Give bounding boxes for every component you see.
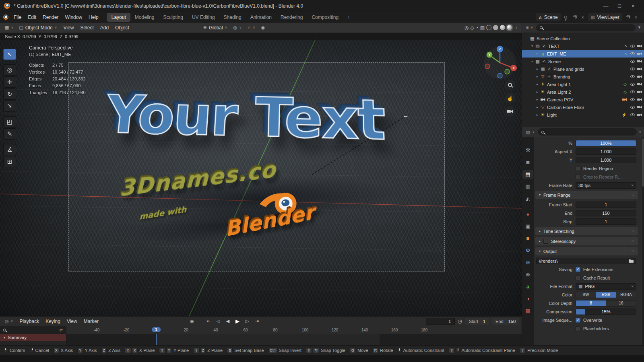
menu-item[interactable]: Edit xyxy=(25,13,39,21)
outliner-row[interactable]: ▸ Area Light 2 xyxy=(522,88,644,96)
cache-result-checkbox[interactable] xyxy=(576,276,580,280)
hide-eye-icon[interactable] xyxy=(630,45,635,47)
folder-icon[interactable] xyxy=(629,259,634,263)
timeline-tick[interactable]: -40 xyxy=(94,328,99,332)
tool-button[interactable] xyxy=(3,101,16,112)
properties-tab[interactable] xyxy=(522,222,533,230)
outliner-row[interactable]: ▾ TEXT xyxy=(522,42,644,50)
timeline-tick[interactable]: 40 xyxy=(213,328,218,332)
properties-tab[interactable] xyxy=(522,270,533,279)
properties-tab[interactable] xyxy=(522,194,533,203)
timeline-tick[interactable]: 1 xyxy=(152,327,161,332)
transport-button[interactable] xyxy=(233,318,242,325)
outliner-row[interactable]: ▸ Brandng xyxy=(522,73,644,80)
pivot-dropdown[interactable]: ◎ ∨ xyxy=(231,24,244,31)
workspace-tab[interactable]: Compositing xyxy=(307,13,343,22)
collection-checkbox[interactable] xyxy=(542,44,546,48)
workspace-tab[interactable]: Rendering xyxy=(276,13,307,22)
hide-eye-icon[interactable] xyxy=(630,52,635,55)
new-viewlayer-icon[interactable] xyxy=(624,14,631,21)
playhead[interactable] xyxy=(156,334,157,345)
outliner-row[interactable]: ▸ EDIT_ME xyxy=(522,50,644,58)
expand-arrow[interactable]: ▾ xyxy=(530,44,535,48)
outliner-row[interactable]: ▾ Scene xyxy=(522,58,644,65)
viewport-display-icon[interactable] xyxy=(464,25,469,31)
timeline-tick[interactable]: 60 xyxy=(243,328,248,332)
expand-arrow[interactable]: ▸ xyxy=(535,82,540,86)
editor-type-button[interactable]: ▦ ∨ xyxy=(2,24,16,31)
hide-eye-icon[interactable] xyxy=(630,106,635,109)
timeline-menu-item[interactable]: Marker xyxy=(80,318,102,325)
compression-slider[interactable]: 15% xyxy=(576,309,636,315)
viewport-menu-item[interactable]: Object xyxy=(112,24,132,32)
menu-item[interactable]: Render xyxy=(39,13,62,21)
expand-arrow[interactable]: ▸ xyxy=(535,90,540,94)
pan-button[interactable] xyxy=(505,93,515,103)
outliner-row[interactable]: ▸ Area Light 1 xyxy=(522,80,644,88)
outliner-editor-type-button[interactable]: ≡ ∨ xyxy=(525,25,534,31)
properties-tab[interactable] xyxy=(522,258,533,267)
workspace-tab[interactable]: + xyxy=(343,13,355,22)
stopwatch-icon[interactable]: ◷ xyxy=(458,319,462,324)
panel-grip-icon[interactable] xyxy=(632,249,634,254)
properties-scrollbar[interactable] xyxy=(642,137,644,345)
viewport-display-icon[interactable] xyxy=(507,25,512,30)
depth-option[interactable]: 16 xyxy=(606,300,636,306)
crop-checkbox[interactable] xyxy=(576,175,580,179)
swap-icon[interactable]: ⇄ xyxy=(60,328,63,332)
properties-tab[interactable] xyxy=(522,234,533,243)
item-label[interactable]: Scene Collection xyxy=(537,36,642,41)
panel-grip-icon[interactable] xyxy=(632,192,634,197)
tool-button[interactable] xyxy=(3,156,16,167)
properties-tab[interactable] xyxy=(522,210,533,218)
end-frame-field[interactable]: End 150 xyxy=(492,318,519,325)
viewport-menu-item[interactable]: View xyxy=(60,24,77,32)
selectable-icon[interactable] xyxy=(625,44,628,48)
expand-arrow[interactable]: ▸ xyxy=(535,113,540,117)
hide-eye-icon[interactable] xyxy=(630,90,635,93)
tool-button[interactable] xyxy=(3,144,16,155)
output-path-field[interactable]: //renders\ xyxy=(536,258,636,264)
delete-scene-icon[interactable]: × xyxy=(580,14,586,21)
render-visibility-icon[interactable] xyxy=(637,67,642,71)
transport-button[interactable] xyxy=(252,318,261,325)
properties-tab[interactable] xyxy=(522,282,533,291)
properties-tab[interactable] xyxy=(522,182,533,191)
mode-dropdown[interactable]: ▢ Object Mode ∨ xyxy=(17,24,59,32)
menu-item[interactable]: File xyxy=(10,13,25,21)
tool-button[interactable] xyxy=(3,128,16,140)
transport-button[interactable] xyxy=(204,318,213,325)
color-option[interactable]: BW xyxy=(576,292,596,298)
hide-eye-icon[interactable] xyxy=(630,68,635,70)
filter-funnel-icon[interactable]: ▼ xyxy=(638,26,641,29)
timeline-track-area[interactable]: -40-20120406080100120140160180 xyxy=(66,326,522,345)
render-visibility-icon[interactable] xyxy=(637,105,642,109)
workspace-tab[interactable]: UV Editing xyxy=(188,13,219,22)
panel-stereoscopy[interactable]: ▸ Stereoscopy xyxy=(535,237,638,245)
aspect-y-field[interactable]: 1.000 xyxy=(576,157,636,163)
timeline-tick[interactable]: 160 xyxy=(391,328,398,332)
transport-button[interactable] xyxy=(214,318,223,325)
color-option[interactable]: RGB xyxy=(596,292,616,298)
expand-arrow[interactable]: ▾ xyxy=(530,60,535,63)
viewport-display-icon[interactable] xyxy=(470,25,474,31)
hide-eye-icon[interactable] xyxy=(630,83,635,86)
render-region-checkbox[interactable] xyxy=(576,166,580,171)
collection-checkbox[interactable] xyxy=(542,59,546,64)
current-frame-field[interactable]: 1 xyxy=(426,318,455,325)
collection-checkbox[interactable] xyxy=(547,67,551,71)
start-frame-field[interactable]: Start 1 xyxy=(465,318,489,325)
chevron-down-icon[interactable]: ∨ xyxy=(639,130,641,134)
expand-arrow[interactable]: ▸ xyxy=(535,75,540,78)
frame-start-field[interactable]: 1 xyxy=(576,202,636,208)
expand-arrow-icon[interactable]: ▾ xyxy=(4,336,5,339)
pin-scene-icon[interactable] xyxy=(563,14,569,21)
timeline-tick[interactable]: 20 xyxy=(184,328,188,332)
menu-item[interactable]: Help xyxy=(85,13,102,21)
render-visibility-icon[interactable] xyxy=(637,60,642,63)
scene-text-headline[interactable]: Your Text xyxy=(102,84,385,153)
maximize-button[interactable]: □ xyxy=(613,1,626,11)
navigation-gizmo[interactable]: Z Y X xyxy=(481,43,518,80)
blender-menu-icon[interactable] xyxy=(3,14,8,20)
collection-checkbox[interactable] xyxy=(547,74,551,79)
